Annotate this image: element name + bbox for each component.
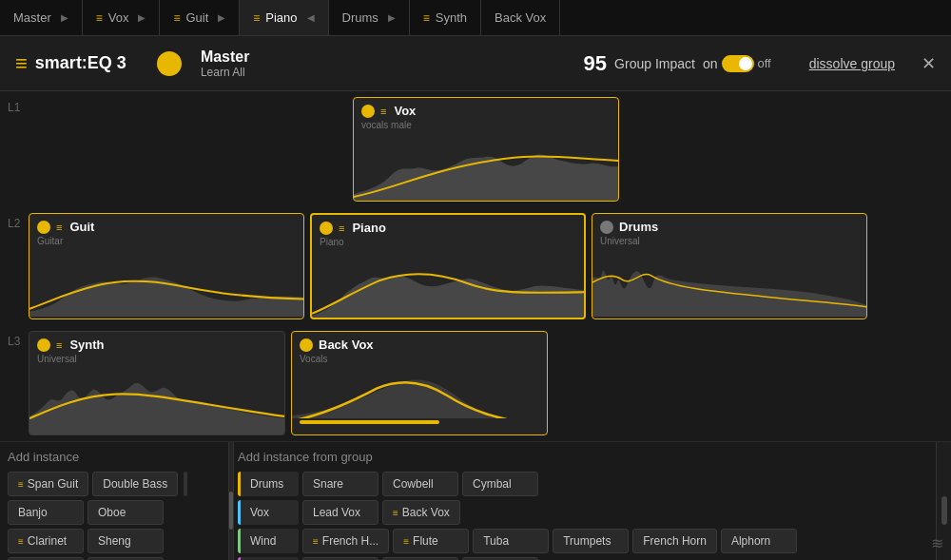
synth-dot (37, 338, 50, 352)
tab-piano[interactable]: ≡ Piano ◀ (240, 0, 328, 35)
tab-master[interactable]: Master ▶ (0, 0, 83, 35)
guit-dot (37, 221, 50, 234)
vox-group-label[interactable]: Vox (238, 500, 299, 525)
double-bass-label: Double Bass (103, 477, 167, 491)
impact-label: Group Impact (614, 56, 695, 71)
piano-eq-icon: ≡ (253, 11, 260, 25)
vox-card-icon: ≡ (380, 106, 386, 117)
vox-waveform (354, 132, 618, 201)
trumpets-button[interactable]: Trumpets (553, 529, 629, 553)
dissolve-group-button[interactable]: dissolve group (809, 56, 895, 71)
sheng-button[interactable]: Sheng (87, 529, 164, 553)
piano-card[interactable]: ≡ Piano Piano (310, 213, 586, 319)
right-scroll-handle[interactable] (941, 496, 947, 525)
master-learn[interactable]: Learn All (201, 66, 250, 79)
instance-row-1: ≡ Span Guit Double Bass (8, 472, 221, 496)
on-off-toggle[interactable] (722, 55, 754, 72)
drums-group-label[interactable]: Drums (238, 472, 299, 496)
layer-2-row: L2 ≡ Guit Guitar ≡ Piano Piano (0, 207, 951, 325)
layer-1-row: L1 ≡ Vox vocals male (0, 91, 951, 207)
back-vox-card-sub: Vocals (292, 354, 547, 364)
layer-3-row: L3 ≡ Synth Universal Back Vox Vocals (0, 325, 951, 441)
vox-instruments: Lead Vox ≡Back Vox (302, 500, 460, 525)
instance-row-3: ≡ Clarinet Sheng (8, 529, 221, 553)
piano-card-icon: ≡ (339, 222, 344, 234)
logo-icon: ≡ (15, 51, 28, 76)
back-vox-card-title: Back Vox (319, 338, 374, 352)
tab-backvox[interactable]: Back Vox (481, 0, 560, 35)
back-vox-inst-icon: ≡ (393, 508, 398, 518)
wind-group-label[interactable]: Wind (238, 529, 299, 553)
guit-card-sub: Guitar (29, 236, 303, 246)
add-from-group-section: Add instance from group Drums Snare Cowb… (234, 442, 936, 560)
impact-number: 95 (584, 51, 607, 76)
oboe-button[interactable]: Oboe (87, 500, 164, 525)
synth-card[interactable]: ≡ Synth Universal (29, 331, 285, 435)
back-vox-card[interactable]: Back Vox Vocals (291, 331, 548, 435)
guit-eq-icon: ≡ (173, 11, 180, 25)
cowbell-button[interactable]: Cowbell (382, 472, 458, 496)
span-guit-label: Span Guit (28, 477, 78, 491)
add-instance-section: Add instance ≡ Span Guit Double Bass Ban… (0, 442, 228, 560)
instance-row-2: Banjo Oboe (8, 500, 221, 525)
drums-waveform (592, 248, 866, 317)
close-button[interactable]: ✕ (922, 53, 936, 74)
sheng-label: Sheng (98, 534, 131, 548)
synth-card-title: Synth (69, 338, 104, 352)
synth-card-icon: ≡ (56, 339, 62, 351)
guit-card[interactable]: ≡ Guit Guitar (29, 213, 304, 319)
group-row-drums: Drums Snare Cowbell Cymbal (238, 472, 932, 496)
layer-1-label: L1 (8, 101, 20, 114)
layer-3-label: L3 (8, 335, 20, 348)
guit-waveform (29, 248, 303, 317)
flute-icon: ≡ (403, 536, 409, 547)
master-title: Master (201, 48, 250, 66)
tab-guit-label: Guit (185, 10, 208, 25)
guit-card-icon: ≡ (56, 222, 62, 233)
banjo-button[interactable]: Banjo (8, 500, 84, 525)
tab-master-arrow: ▶ (61, 12, 68, 23)
tuba-button[interactable]: Tuba (473, 529, 549, 553)
master-dot (157, 51, 182, 76)
tab-drums[interactable]: Drums ▶ (329, 0, 410, 35)
toggle-on-label: on (703, 56, 718, 71)
drums-card-sub: Universal (592, 236, 866, 246)
layer-2-label: L2 (8, 217, 20, 230)
drums-dot (600, 221, 613, 234)
tab-vox-arrow: ▶ (138, 12, 146, 23)
snare-button[interactable]: Snare (302, 472, 378, 496)
synth-eq-icon: ≡ (423, 11, 430, 25)
clarinet-button[interactable]: ≡ Clarinet (8, 529, 84, 553)
add-from-group-title: Add instance from group (238, 450, 932, 464)
back-vox-inst-button[interactable]: ≡Back Vox (382, 500, 460, 525)
flute-button[interactable]: ≡Flute (393, 529, 469, 553)
span-guit-button[interactable]: ≡ Span Guit (8, 472, 88, 496)
alphorn-button[interactable]: Alphorn (721, 529, 797, 553)
scroll-handle[interactable] (229, 492, 233, 530)
piano-waveform (312, 249, 584, 318)
tab-guit[interactable]: ≡ Guit ▶ (160, 0, 240, 35)
french-h-button[interactable]: ≡French H... (302, 529, 389, 553)
clarinet-label: Clarinet (28, 534, 67, 548)
vox-dot (361, 105, 375, 118)
group-impact: 95 Group Impact on off (584, 51, 771, 76)
vox-card-sub: vocals male (354, 120, 618, 130)
tab-synth[interactable]: ≡ Synth (410, 0, 481, 35)
drums-instruments: Snare Cowbell Cymbal (302, 472, 538, 496)
tab-drums-arrow: ▶ (388, 12, 396, 23)
french-horn-button[interactable]: French Horn (632, 529, 717, 553)
tab-bar: Master ▶ ≡ Vox ▶ ≡ Guit ▶ ≡ Piano ◀ Drum… (0, 0, 951, 36)
vox-eq-icon: ≡ (96, 11, 103, 25)
vox-card-title: Vox (394, 104, 416, 118)
cymbal-button[interactable]: Cymbal (462, 472, 538, 496)
double-bass-button[interactable]: Double Bass (92, 472, 178, 496)
french-h-icon: ≡ (313, 536, 319, 547)
add-instance-title: Add instance (8, 450, 221, 464)
drums-card-title: Drums (619, 220, 658, 234)
lead-vox-button[interactable]: Lead Vox (302, 500, 378, 525)
back-vox-waveform (292, 366, 547, 418)
drums-card[interactable]: Drums Universal (592, 213, 867, 319)
tab-vox[interactable]: ≡ Vox ▶ (83, 0, 161, 35)
tab-piano-arrow: ◀ (307, 12, 315, 23)
vox-card[interactable]: ≡ Vox vocals male (353, 97, 619, 202)
